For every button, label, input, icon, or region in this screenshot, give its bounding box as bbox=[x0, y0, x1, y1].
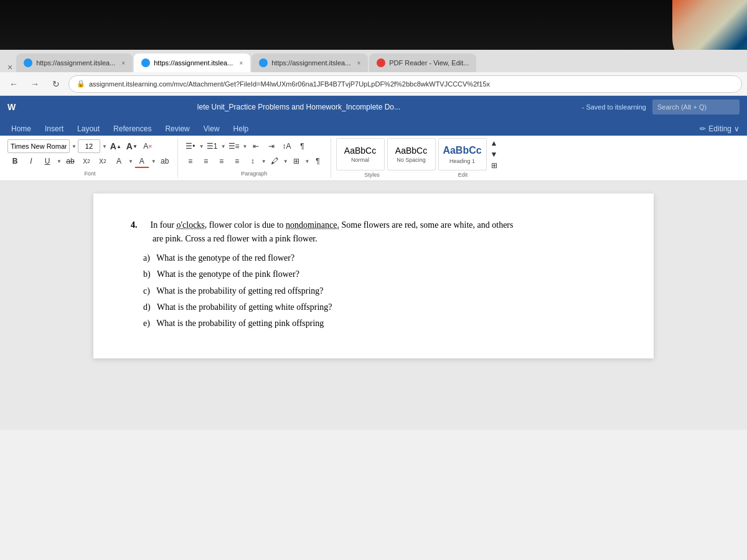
tab-close-3[interactable]: × bbox=[357, 60, 360, 67]
borders-button[interactable]: ⊞ bbox=[289, 154, 304, 168]
text-effect-dropdown[interactable]: ▼ bbox=[128, 159, 133, 164]
shading-dropdown[interactable]: ▼ bbox=[283, 159, 288, 164]
word-icon: W bbox=[7, 102, 16, 112]
tab-favicon-3 bbox=[259, 58, 268, 67]
item-text-nondominance: nondominance. bbox=[286, 220, 339, 230]
font-shrink-button[interactable]: A▼ bbox=[125, 139, 139, 153]
tab-help[interactable]: Help bbox=[227, 122, 255, 136]
clear-format-button[interactable]: A✕ bbox=[141, 139, 156, 153]
underline-button[interactable]: U bbox=[40, 154, 55, 168]
close-window-button[interactable]: × bbox=[5, 62, 15, 72]
sub-item-e-label: e) bbox=[143, 319, 150, 328]
styles-expand[interactable]: ⊞ bbox=[489, 161, 499, 170]
refresh-button[interactable]: ↻ bbox=[47, 75, 65, 93]
browser-tab-2[interactable]: https://assignment.itslea... × bbox=[134, 54, 250, 72]
browser-tab-4[interactable]: PDF Reader - View, Edit... bbox=[369, 54, 476, 72]
increase-indent-button[interactable]: ⇥ bbox=[264, 139, 279, 153]
underline-dropdown[interactable]: ▼ bbox=[57, 159, 62, 164]
sub-item-a-text: What is the genotype of the red flower? bbox=[156, 253, 294, 263]
style-normal[interactable]: AaBbCc Normal bbox=[336, 138, 385, 170]
tab-view[interactable]: View bbox=[197, 122, 226, 136]
item-text-mid: flower color is due to bbox=[207, 220, 286, 230]
styles-scroll-down[interactable]: ▼ bbox=[489, 149, 499, 159]
decrease-indent-button[interactable]: ⇤ bbox=[248, 139, 263, 153]
para-row-1: ☰• ▼ ☰1 ▼ ☰≡ ▼ ⇤ ⇥ ↕A ¶ bbox=[183, 139, 326, 153]
editing-badge[interactable]: ✏ Editing ∨ bbox=[700, 124, 740, 136]
styles-scroll-up[interactable]: ▲ bbox=[489, 138, 499, 148]
style-no-spacing-name: No Spacing bbox=[397, 157, 426, 163]
numbering-button[interactable]: ☰1 bbox=[205, 139, 220, 153]
tab-bar: × https://assignment.itslea... × https:/… bbox=[0, 50, 747, 72]
editing-label: Editing bbox=[708, 124, 731, 133]
bullets-button[interactable]: ☰• bbox=[183, 139, 198, 153]
browser-tab-3[interactable]: https://assignment.itslea... × bbox=[251, 54, 368, 72]
style-heading1-name: Heading 1 bbox=[449, 158, 475, 164]
subscript-button[interactable]: X2 bbox=[79, 154, 94, 168]
text-effect-button[interactable]: A bbox=[111, 154, 126, 168]
tab-references-label: References bbox=[113, 124, 151, 133]
paragraph-group: ☰• ▼ ☰1 ▼ ☰≡ ▼ ⇤ ⇥ ↕A ¶ ≡ ≡ ≡ bbox=[181, 138, 331, 178]
bullets-dropdown[interactable]: ▼ bbox=[199, 144, 204, 149]
item-text-intro: In four bbox=[151, 220, 177, 230]
line-spacing-dropdown[interactable]: ▼ bbox=[261, 159, 266, 164]
pencil-icon: ✏ bbox=[700, 124, 706, 133]
shading-button[interactable]: 🖍 bbox=[267, 154, 282, 168]
style-no-spacing[interactable]: AaBbCc No Spacing bbox=[387, 138, 436, 170]
line-spacing-button[interactable]: ↕ bbox=[245, 154, 260, 168]
item-text-cont: are pink. Cross a red flower with a pink… bbox=[131, 234, 317, 243]
tab-favicon-2 bbox=[141, 58, 150, 67]
sub-item-a: a) What is the genotype of the red flowe… bbox=[143, 251, 616, 265]
address-bar-row: ← → ↻ 🔒 assignment.itslearning.com/mvc/A… bbox=[0, 72, 747, 96]
tab-home[interactable]: Home bbox=[5, 122, 37, 136]
tab-favicon-4 bbox=[377, 58, 385, 67]
font-group-label: Font bbox=[7, 170, 172, 177]
multilevel-dropdown[interactable]: ▼ bbox=[243, 144, 248, 149]
align-right-button[interactable]: ≡ bbox=[214, 154, 229, 168]
superscript-button[interactable]: X2 bbox=[95, 154, 110, 168]
font-name-input[interactable] bbox=[7, 139, 70, 153]
font-format-row: B I U ▼ ab X2 X2 A ▼ A ▼ ab bbox=[7, 154, 172, 168]
justify-button[interactable]: ≡ bbox=[230, 154, 245, 168]
tab-insert[interactable]: Insert bbox=[39, 122, 70, 136]
bold-button[interactable]: B bbox=[7, 154, 22, 168]
multilevel-button[interactable]: ☰≡ bbox=[227, 139, 242, 153]
font-color-dropdown[interactable]: ▼ bbox=[151, 159, 156, 164]
browser-window: × https://assignment.itslea... × https:/… bbox=[0, 50, 747, 560]
item-text-oclocks: o'clocks, bbox=[177, 220, 207, 230]
borders-dropdown[interactable]: ▼ bbox=[305, 159, 310, 164]
address-text: assignment.itslearning.com/mvc/Attachmen… bbox=[89, 80, 490, 88]
document-page[interactable]: 4. In four o'clocks, flower color is due… bbox=[93, 194, 654, 358]
word-search-input[interactable] bbox=[652, 100, 740, 114]
forward-button[interactable]: → bbox=[26, 75, 44, 93]
sub-item-d-label: d) bbox=[143, 302, 151, 312]
align-left-button[interactable]: ≡ bbox=[183, 154, 198, 168]
font-size-dropdown[interactable]: ▼ bbox=[102, 144, 107, 149]
italic-button[interactable]: I bbox=[24, 154, 39, 168]
tab-layout[interactable]: Layout bbox=[71, 122, 106, 136]
style-heading1[interactable]: AaBbCc Heading 1 bbox=[438, 138, 487, 170]
tab-view-label: View bbox=[204, 124, 220, 133]
numbering-dropdown[interactable]: ▼ bbox=[221, 144, 226, 149]
font-name-dropdown[interactable]: ▼ bbox=[72, 144, 77, 149]
back-button[interactable]: ← bbox=[5, 75, 22, 93]
font-size-input[interactable] bbox=[78, 139, 100, 153]
para-controls: ☰• ▼ ☰1 ▼ ☰≡ ▼ ⇤ ⇥ ↕A ¶ ≡ ≡ ≡ bbox=[183, 139, 326, 168]
font-color-button[interactable]: A bbox=[134, 154, 149, 168]
address-box[interactable]: 🔒 assignment.itslearning.com/mvc/Attachm… bbox=[68, 75, 742, 93]
align-center-button[interactable]: ≡ bbox=[199, 154, 214, 168]
tab-close-1[interactable]: × bbox=[121, 60, 125, 67]
tab-close-2[interactable]: × bbox=[239, 60, 243, 67]
sort-button[interactable]: ↕A bbox=[280, 139, 294, 153]
sub-item-d-text: What is the probability of getting white… bbox=[157, 302, 332, 312]
tab-review[interactable]: Review bbox=[159, 122, 195, 136]
font-grow-button[interactable]: A▲ bbox=[108, 139, 123, 153]
show-para-button[interactable]: ¶ bbox=[295, 139, 310, 153]
strikethrough-button[interactable]: ab bbox=[63, 154, 78, 168]
tab-references[interactable]: References bbox=[107, 122, 157, 136]
highlight-button[interactable]: ab bbox=[157, 154, 172, 168]
tab-label-1: https://assignment.itslea... bbox=[36, 59, 115, 67]
browser-tab-1[interactable]: https://assignment.itslea... × bbox=[16, 54, 133, 72]
style-no-spacing-preview: AaBbCc bbox=[395, 146, 427, 156]
para-mark-button[interactable]: ¶ bbox=[311, 154, 326, 168]
styles-group: AaBbCc Normal AaBbCc No Spacing AaBbCc H… bbox=[334, 138, 504, 178]
